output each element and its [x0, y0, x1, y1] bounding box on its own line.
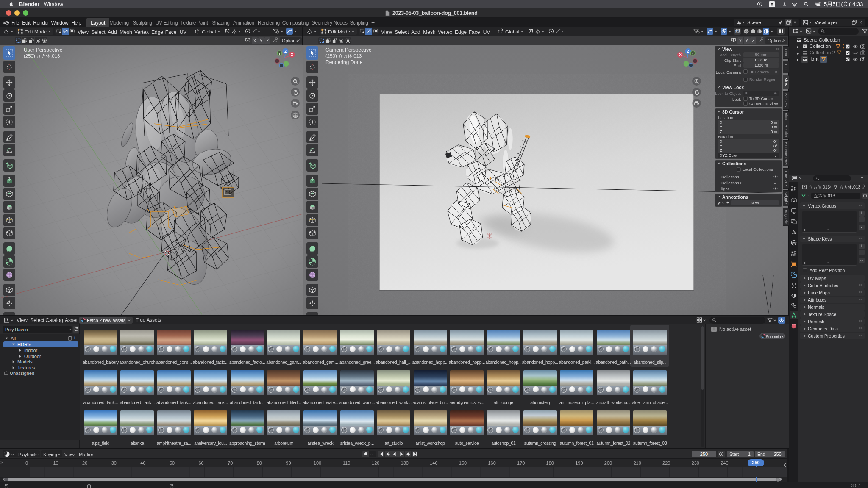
svg-text:Z: Z: [687, 49, 689, 53]
svg-text:X: X: [291, 53, 293, 57]
svg-text:x: x: [862, 52, 864, 54]
svg-text:Y: Y: [278, 52, 281, 55]
svg-text:Z: Z: [284, 49, 287, 53]
svg-text:Y: Y: [692, 52, 694, 55]
svg-text:X: X: [679, 53, 682, 57]
